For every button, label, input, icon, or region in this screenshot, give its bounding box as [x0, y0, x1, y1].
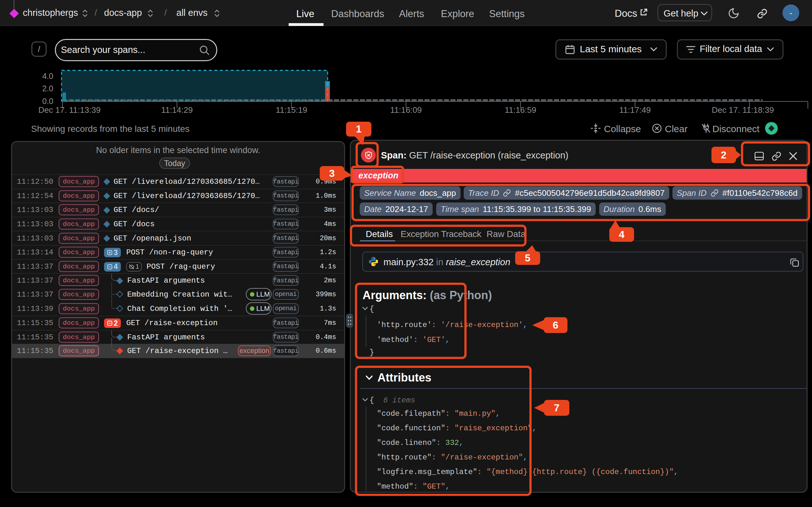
svg-text:4.0: 4.0	[42, 72, 53, 80]
svg-text:Dec 17. 11:13:39: Dec 17. 11:13:39	[38, 105, 101, 115]
svg-text:11:14:29: 11:14:29	[161, 105, 193, 115]
svg-text:Dec 17. 11:18:39: Dec 17. 11:18:39	[712, 105, 774, 115]
svg-text:11:16:09: 11:16:09	[390, 105, 421, 115]
svg-text:2.0: 2.0	[42, 84, 53, 93]
svg-text:0.0: 0.0	[42, 97, 53, 106]
svg-text:11:16:59: 11:16:59	[505, 105, 536, 115]
svg-text:11:17:49: 11:17:49	[619, 105, 651, 115]
svg-text:11:15:19: 11:15:19	[275, 105, 307, 115]
